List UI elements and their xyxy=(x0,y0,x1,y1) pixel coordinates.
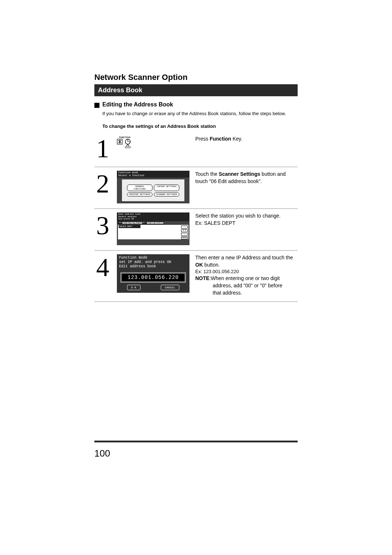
text: Touch the xyxy=(195,171,219,177)
lcd-screen: Function mode Select a function GENERAL … xyxy=(117,171,189,203)
lcd-screen: Edit address book Select address and pre… xyxy=(117,212,189,245)
note-text: :When entering one or two digit xyxy=(209,275,280,281)
note-text: that address. xyxy=(213,289,298,297)
lcd-button[interactable]: GENERAL FUNCTIONS xyxy=(127,185,152,191)
step-text: Touch the Scanner Settings button and to… xyxy=(195,171,298,203)
step-number: 4 xyxy=(94,254,111,296)
page-title: Network Scanner Option xyxy=(94,73,298,82)
text: Select the station you wish to change. xyxy=(195,212,298,220)
scroll-down-button[interactable]: ↓ xyxy=(181,233,188,236)
step-row: 2 Function mode Select a function GENERA… xyxy=(94,167,298,209)
bottom-rule xyxy=(94,441,298,442)
lcd-header-line: Edit address book xyxy=(119,264,187,269)
lcd-button[interactable]: COPIER SETTINGS xyxy=(154,185,179,191)
change-heading: To change the settings of an Address Boo… xyxy=(102,123,298,129)
cancel-button[interactable]: CANCEL xyxy=(181,236,188,239)
step-text: Then enter a new IP Address and touch th… xyxy=(195,254,298,296)
step-number: 2 xyxy=(94,171,111,203)
step-text: Press Function Key. xyxy=(195,135,298,162)
example-label: Ex xyxy=(195,269,201,274)
lcd-list-entry[interactable]: SALES DEPT xyxy=(119,225,140,228)
text: Key. xyxy=(231,136,242,142)
subheading: Editing the Address Book xyxy=(102,101,173,108)
text: Then enter a new IP Address and touch th… xyxy=(195,255,293,260)
function-key-icon: FUNCTION xyxy=(117,136,189,149)
lcd-tab[interactable]: FAVORITE xyxy=(154,222,164,224)
text: button. xyxy=(203,262,220,268)
lcd-header-line: set IP add. and press OK xyxy=(119,260,187,264)
text: Ex: SALES DEPT xyxy=(195,220,298,227)
lcd-button[interactable]: PRINTER SETTINGS xyxy=(127,193,152,197)
cancel-button[interactable]: CANCEL xyxy=(161,285,179,290)
step-row: 3 Edit address book Select address and p… xyxy=(94,209,298,251)
ok-button[interactable]: O K xyxy=(181,229,188,232)
lcd-button[interactable]: SCANNER SETTINGS xyxy=(154,193,179,197)
step-text: Select the station you wish to change. E… xyxy=(195,212,298,245)
ip-address-field[interactable]: 123.001.056.220 xyxy=(121,272,186,283)
text-bold: Scanner Settings xyxy=(219,171,260,177)
note-label: NOTE xyxy=(195,275,209,281)
step-row: 4 Function mode set IP add. and press OK… xyxy=(94,251,298,302)
page-number: 100 xyxy=(94,448,110,459)
lcd-header-line: Select a function xyxy=(118,174,188,177)
function-key-label: FUNCTION xyxy=(119,136,189,138)
example-value: : 123.001.056.220 xyxy=(201,269,239,274)
section-banner: Address Book xyxy=(94,84,298,96)
lcd-screen: Function mode set IP add. and press OK E… xyxy=(117,254,189,293)
square-bullet-icon xyxy=(94,103,99,108)
scroll-up-button[interactable]: ↑ xyxy=(181,226,188,228)
text-bold: Function xyxy=(210,136,231,142)
note-text: address, add "00" or "0" before xyxy=(213,282,298,289)
text: Press xyxy=(195,136,210,142)
intro-text: If you have to change or erase any of th… xyxy=(102,111,298,116)
text-bold: OK xyxy=(195,262,203,268)
step-number: 3 xyxy=(94,212,111,245)
lcd-header-line: Function mode xyxy=(119,256,187,260)
ok-button[interactable]: O K xyxy=(127,285,140,290)
step-number: 1 xyxy=(94,135,111,162)
lcd-header-line: and press OK xyxy=(118,218,188,220)
step-row: 1 FUNCTION Press Function Key xyxy=(94,132,298,167)
